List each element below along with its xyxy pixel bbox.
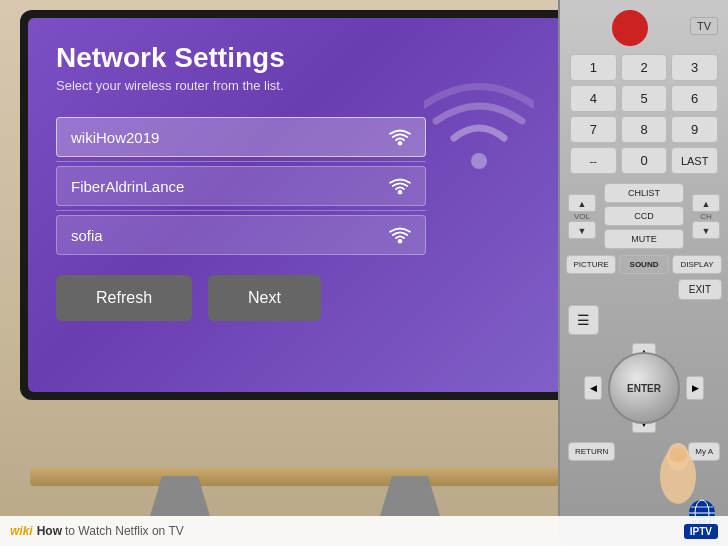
ch-vol-row: ▲ VOL ▼ CHLIST CCD MUTE ▲ CH ▼	[560, 180, 728, 252]
number-grid: 1 2 3 4 5 6 7 8 9 -- 0 LAST	[560, 48, 728, 180]
separator-1	[56, 210, 426, 211]
tv-screen: Network Settings Select your wireless ro…	[28, 18, 562, 392]
return-button[interactable]: RETURN	[568, 442, 615, 461]
network-name-2: sofia	[71, 227, 103, 244]
dpad-right-button[interactable]: ▶	[686, 376, 704, 400]
svg-point-3	[398, 239, 403, 244]
separator-0	[56, 161, 426, 162]
num-6[interactable]: 6	[671, 85, 718, 112]
dpad-container: ▲ ▼ ◀ ▶ ENTER	[560, 338, 728, 438]
menu-button[interactable]: ☰	[568, 305, 599, 335]
network-list: wikiHow2019 FiberAldrinLance	[56, 117, 426, 255]
num-0[interactable]: 0	[621, 147, 668, 174]
num-5[interactable]: 5	[621, 85, 668, 112]
wikihow-bar: wiki How to Watch Netflix on TV IPTV	[0, 516, 728, 546]
vol-up-button[interactable]: ▲	[568, 194, 596, 212]
wifi-icon-0	[389, 128, 411, 146]
network-settings-title: Network Settings	[56, 42, 534, 74]
wifi-icon-2	[389, 226, 411, 244]
ch-control: ▲ CH ▼	[692, 194, 720, 239]
vol-down-button[interactable]: ▼	[568, 221, 596, 239]
remote-control: TV 1 2 3 4 5 6 7 8 9 -- 0 LAST ▲ VOL ▼ C…	[558, 0, 728, 546]
network-item-0[interactable]: wikiHow2019	[56, 117, 426, 157]
vol-label: VOL	[574, 212, 590, 221]
wikihow-how: How	[37, 524, 62, 538]
ch-up-button[interactable]: ▲	[692, 194, 720, 212]
num-last[interactable]: LAST	[671, 147, 718, 174]
num-4[interactable]: 4	[570, 85, 617, 112]
num-3[interactable]: 3	[671, 54, 718, 81]
wifi-icon-1	[389, 177, 411, 195]
picture-button[interactable]: PICTURE	[566, 255, 616, 274]
num-9[interactable]: 9	[671, 116, 718, 143]
tv-body: Network Settings Select your wireless ro…	[20, 10, 570, 400]
wikihow-text: to Watch Netflix on TV	[65, 524, 184, 538]
vol-control: ▲ VOL ▼	[568, 194, 596, 239]
menu-dpad-row: ☰	[560, 302, 728, 338]
dpad-left-button[interactable]: ◀	[584, 376, 602, 400]
network-item-2[interactable]: sofia	[56, 215, 426, 255]
num-7[interactable]: 7	[570, 116, 617, 143]
network-item-1[interactable]: FiberAldrinLance	[56, 166, 426, 206]
power-button[interactable]	[612, 10, 648, 46]
svg-point-2	[398, 190, 403, 195]
exit-button[interactable]: EXIT	[678, 279, 722, 300]
picture-sound-row: PICTURE SOUND DISPLAY	[560, 252, 728, 277]
tv-stand	[30, 468, 560, 486]
svg-point-0	[471, 153, 487, 169]
mute-button[interactable]: MUTE	[604, 229, 684, 249]
ch-down-button[interactable]: ▼	[692, 221, 720, 239]
iptv-badge: IPTV	[684, 524, 718, 539]
svg-point-1	[398, 141, 403, 146]
network-name-1: FiberAldrinLance	[71, 178, 184, 195]
tv-label-button[interactable]: TV	[690, 17, 718, 35]
ccd-button[interactable]: CCD	[604, 206, 684, 226]
next-button[interactable]: Next	[208, 275, 321, 321]
refresh-button[interactable]: Refresh	[56, 275, 192, 321]
exit-row: EXIT	[560, 277, 728, 302]
display-button[interactable]: DISPLAY	[672, 255, 722, 274]
svg-point-6	[669, 448, 687, 462]
wifi-graphic-large	[424, 73, 534, 183]
enter-button[interactable]: ENTER	[608, 352, 680, 424]
chlist-button[interactable]: CHLIST	[604, 183, 684, 203]
num-dash[interactable]: --	[570, 147, 617, 174]
num-1[interactable]: 1	[570, 54, 617, 81]
network-name-0: wikiHow2019	[71, 129, 159, 146]
tv-button-row: Refresh Next	[56, 275, 534, 321]
ch-label: CH	[700, 212, 712, 221]
wikihow-logo: wiki	[10, 524, 33, 538]
num-2[interactable]: 2	[621, 54, 668, 81]
num-8[interactable]: 8	[621, 116, 668, 143]
sound-button[interactable]: SOUND	[619, 255, 669, 274]
